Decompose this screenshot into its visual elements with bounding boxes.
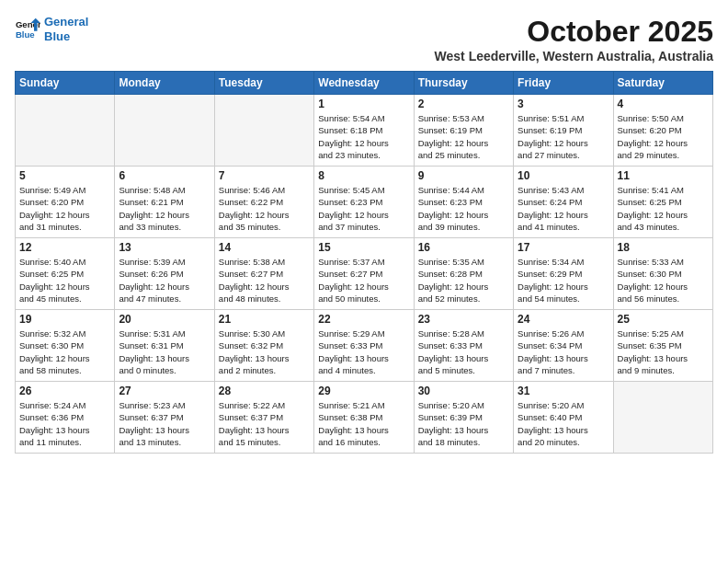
- day-info-line: Sunset: 6:19 PM: [518, 125, 582, 135]
- calendar-cell: 17Sunrise: 5:34 AMSunset: 6:29 PMDayligh…: [514, 238, 613, 310]
- calendar-cell: 3Sunrise: 5:51 AMSunset: 6:19 PMDaylight…: [514, 95, 613, 167]
- day-info-line: Sunset: 6:29 PM: [518, 269, 582, 279]
- day-info-line: Sunset: 6:18 PM: [318, 125, 382, 135]
- day-number: 4: [618, 98, 709, 110]
- day-info-line: Daylight: 12 hours: [418, 210, 489, 220]
- day-info: Sunrise: 5:39 AMSunset: 6:26 PMDaylight:…: [119, 256, 210, 304]
- day-number: 27: [119, 385, 210, 397]
- day-info-line: Sunrise: 5:51 AM: [518, 113, 584, 123]
- day-number: 30: [418, 385, 509, 397]
- calendar-cell: 9Sunrise: 5:44 AMSunset: 6:23 PMDaylight…: [414, 167, 513, 238]
- weekday-header-sunday: Sunday: [16, 72, 115, 95]
- day-info-line: and 25 minutes.: [418, 150, 481, 160]
- day-info: Sunrise: 5:29 AMSunset: 6:33 PMDaylight:…: [318, 327, 409, 376]
- calendar-cell: [115, 95, 214, 167]
- day-info-line: Sunset: 6:19 PM: [418, 125, 483, 135]
- day-info: Sunrise: 5:53 AMSunset: 6:19 PMDaylight:…: [418, 112, 509, 161]
- day-number: 12: [19, 241, 110, 254]
- day-info: Sunrise: 5:28 AMSunset: 6:33 PMDaylight:…: [418, 327, 509, 376]
- day-info-line: Daylight: 12 hours: [518, 138, 588, 148]
- day-info-line: Sunset: 6:30 PM: [19, 340, 84, 350]
- day-info-line: Daylight: 13 hours: [618, 353, 688, 363]
- day-number: 13: [119, 241, 210, 254]
- day-info-line: Daylight: 13 hours: [318, 353, 389, 363]
- calendar-cell: 18Sunrise: 5:33 AMSunset: 6:30 PMDayligh…: [613, 238, 712, 310]
- day-info-line: Daylight: 12 hours: [318, 282, 389, 292]
- day-info-line: Sunset: 6:30 PM: [618, 269, 682, 279]
- day-info-line: Sunrise: 5:43 AM: [518, 185, 584, 195]
- day-info-line: Sunrise: 5:44 AM: [418, 185, 484, 195]
- day-info: Sunrise: 5:20 AMSunset: 6:39 PMDaylight:…: [418, 399, 509, 448]
- day-info-line: Sunrise: 5:54 AM: [318, 113, 384, 123]
- calendar-cell: 31Sunrise: 5:20 AMSunset: 6:40 PMDayligh…: [514, 382, 613, 454]
- day-info-line: and 54 minutes.: [518, 293, 580, 304]
- day-number: 14: [219, 241, 310, 254]
- calendar-cell: 20Sunrise: 5:31 AMSunset: 6:31 PMDayligh…: [115, 310, 214, 382]
- day-info-line: Sunrise: 5:37 AM: [318, 257, 384, 267]
- calendar-cell: 19Sunrise: 5:32 AMSunset: 6:30 PMDayligh…: [16, 310, 115, 382]
- day-info-line: Sunrise: 5:21 AM: [318, 400, 384, 410]
- week-row-4: 19Sunrise: 5:32 AMSunset: 6:30 PMDayligh…: [16, 310, 713, 382]
- weekday-header-wednesday: Wednesday: [314, 72, 414, 95]
- day-info-line: and 9 minutes.: [618, 365, 675, 375]
- day-info-line: and 18 minutes.: [418, 437, 481, 447]
- day-info: Sunrise: 5:43 AMSunset: 6:24 PMDaylight:…: [518, 184, 609, 233]
- day-info-line: Daylight: 12 hours: [418, 138, 489, 148]
- day-info-line: Sunset: 6:20 PM: [618, 125, 682, 135]
- day-info-line: Sunrise: 5:29 AM: [318, 328, 384, 339]
- day-info-line: and 50 minutes.: [318, 293, 381, 304]
- day-info-line: Sunset: 6:37 PM: [219, 412, 283, 422]
- day-info-line: Daylight: 13 hours: [219, 425, 290, 435]
- day-info-line: Sunset: 6:34 PM: [518, 340, 582, 350]
- location: West Leederville, Western Australia, Aus…: [435, 49, 713, 63]
- day-info-line: Sunset: 6:24 PM: [518, 197, 582, 207]
- day-info-line: Sunrise: 5:50 AM: [618, 113, 684, 123]
- day-info-line: Daylight: 13 hours: [418, 353, 489, 363]
- day-number: 18: [618, 241, 709, 254]
- calendar-cell: 1Sunrise: 5:54 AMSunset: 6:18 PMDaylight…: [314, 95, 414, 167]
- calendar-cell: 22Sunrise: 5:29 AMSunset: 6:33 PMDayligh…: [314, 310, 414, 382]
- day-info-line: Sunrise: 5:25 AM: [618, 328, 684, 339]
- calendar-cell: 14Sunrise: 5:38 AMSunset: 6:27 PMDayligh…: [214, 238, 313, 310]
- day-info-line: Sunset: 6:27 PM: [219, 269, 283, 279]
- day-info: Sunrise: 5:49 AMSunset: 6:20 PMDaylight:…: [19, 184, 110, 233]
- calendar-cell: 12Sunrise: 5:40 AMSunset: 6:25 PMDayligh…: [16, 238, 115, 310]
- calendar-cell: 23Sunrise: 5:28 AMSunset: 6:33 PMDayligh…: [414, 310, 513, 382]
- day-info-line: Sunrise: 5:48 AM: [119, 185, 185, 195]
- day-info: Sunrise: 5:48 AMSunset: 6:21 PMDaylight:…: [119, 184, 210, 233]
- day-info-line: Sunrise: 5:49 AM: [19, 185, 85, 195]
- day-info-line: Sunset: 6:35 PM: [618, 340, 682, 350]
- weekday-header-saturday: Saturday: [613, 72, 712, 95]
- day-info: Sunrise: 5:31 AMSunset: 6:31 PMDaylight:…: [119, 327, 210, 376]
- day-info-line: Sunrise: 5:40 AM: [19, 257, 85, 267]
- calendar-cell: 21Sunrise: 5:30 AMSunset: 6:32 PMDayligh…: [214, 310, 313, 382]
- day-info-line: and 20 minutes.: [518, 437, 580, 447]
- day-info-line: Sunrise: 5:30 AM: [219, 328, 285, 339]
- day-info-line: Daylight: 12 hours: [318, 138, 389, 148]
- day-info-line: Sunrise: 5:28 AM: [418, 328, 484, 339]
- day-info-line: Sunset: 6:22 PM: [219, 197, 283, 207]
- day-number: 6: [119, 169, 210, 182]
- day-info-line: Daylight: 13 hours: [119, 425, 189, 435]
- calendar-cell: 8Sunrise: 5:45 AMSunset: 6:23 PMDaylight…: [314, 167, 414, 238]
- day-info-line: and 45 minutes.: [19, 293, 82, 304]
- day-info-line: Sunrise: 5:33 AM: [618, 257, 684, 267]
- day-info-line: Daylight: 12 hours: [119, 282, 189, 292]
- day-number: 16: [418, 241, 509, 254]
- day-info-line: and 2 minutes.: [219, 365, 276, 375]
- day-info-line: and 23 minutes.: [318, 150, 381, 160]
- calendar-header-row: SundayMondayTuesdayWednesdayThursdayFrid…: [16, 72, 713, 95]
- calendar-cell: 7Sunrise: 5:46 AMSunset: 6:22 PMDaylight…: [214, 167, 313, 238]
- day-number: 21: [219, 313, 310, 326]
- calendar-cell: 6Sunrise: 5:48 AMSunset: 6:21 PMDaylight…: [115, 167, 214, 238]
- day-info-line: Sunrise: 5:34 AM: [518, 257, 584, 267]
- day-number: 22: [318, 313, 409, 326]
- day-info-line: and 43 minutes.: [618, 222, 680, 232]
- logo-text: General Blue: [44, 15, 88, 43]
- day-info-line: and 7 minutes.: [518, 365, 574, 375]
- day-info-line: Sunrise: 5:53 AM: [418, 113, 484, 123]
- day-info-line: Sunrise: 5:20 AM: [418, 400, 484, 410]
- week-row-1: 1Sunrise: 5:54 AMSunset: 6:18 PMDaylight…: [16, 95, 713, 167]
- calendar-cell: 28Sunrise: 5:22 AMSunset: 6:37 PMDayligh…: [214, 382, 313, 454]
- calendar-cell: 13Sunrise: 5:39 AMSunset: 6:26 PMDayligh…: [115, 238, 214, 310]
